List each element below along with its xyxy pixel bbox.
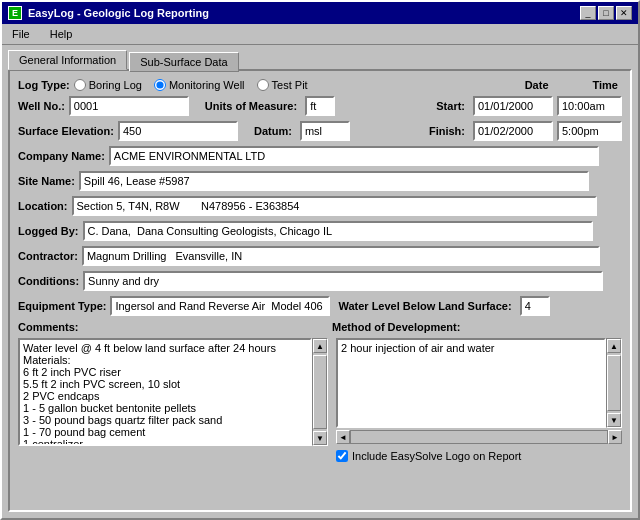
radio-test-pit[interactable]: Test Pit <box>257 79 308 91</box>
company-name-row: Company Name: <box>18 146 622 166</box>
method-section: 2 hour injection of air and water ▲ ▼ ◄ … <box>336 338 622 462</box>
conditions-row: Conditions: <box>18 271 622 291</box>
units-label: Units of Measure: <box>205 100 297 112</box>
method-scroll-down[interactable]: ▼ <box>607 413 621 427</box>
tab-general-information[interactable]: General Information <box>8 50 127 70</box>
method-container: 2 hour injection of air and water ▲ ▼ <box>336 338 622 428</box>
close-button[interactable]: ✕ <box>616 6 632 20</box>
location-row: Location: <box>18 196 622 216</box>
tab-sub-surface-data[interactable]: Sub-Surface Data <box>129 52 238 72</box>
content-area: Log Type: Boring Log Monitoring Well Tes… <box>8 69 632 512</box>
minimize-button[interactable]: _ <box>580 6 596 20</box>
datum-input[interactable] <box>300 121 350 141</box>
menu-help[interactable]: Help <box>44 26 79 42</box>
log-type-radio-group: Boring Log Monitoring Well Test Pit <box>74 79 308 91</box>
company-name-label: Company Name: <box>18 150 105 162</box>
contractor-label: Contractor: <box>18 250 78 262</box>
method-label: Method of Development: <box>332 321 460 333</box>
maximize-button[interactable]: □ <box>598 6 614 20</box>
well-no-row: Well No.: Units of Measure: Start: <box>18 96 622 116</box>
menu-file[interactable]: File <box>6 26 36 42</box>
start-time-input[interactable] <box>557 96 622 116</box>
well-no-input[interactable] <box>69 96 189 116</box>
radio-monitoring-well-input[interactable] <box>154 79 166 91</box>
equipment-type-label: Equipment Type: <box>18 300 106 312</box>
contractor-row: Contractor: <box>18 246 622 266</box>
logged-by-label: Logged By: <box>18 225 79 237</box>
comments-method-row: Water level @ 4 ft below land surface af… <box>18 338 622 462</box>
tab-bar: General Information Sub-Surface Data <box>2 45 638 69</box>
finish-date-input[interactable] <box>473 121 553 141</box>
comments-textarea[interactable]: Water level @ 4 ft below land surface af… <box>18 338 312 446</box>
start-date-input[interactable] <box>473 96 553 116</box>
equipment-row: Equipment Type: Water Level Below Land S… <box>18 296 622 316</box>
include-logo-label: Include EasySolve Logo on Report <box>352 450 521 462</box>
date-header: Date <box>525 79 549 91</box>
method-hscroll: ◄ ► <box>336 430 622 446</box>
main-window: E EasyLog - Geologic Log Reporting _ □ ✕… <box>0 0 640 520</box>
location-label: Location: <box>18 200 68 212</box>
window-title: EasyLog - Geologic Log Reporting <box>28 7 209 19</box>
conditions-input[interactable] <box>83 271 603 291</box>
method-hscroll-left[interactable]: ◄ <box>336 430 350 444</box>
title-bar: E EasyLog - Geologic Log Reporting _ □ ✕ <box>2 2 638 24</box>
comments-scroll-thumb[interactable] <box>313 355 327 429</box>
log-type-row: Log Type: Boring Log Monitoring Well Tes… <box>18 79 622 91</box>
method-scroll-up[interactable]: ▲ <box>607 339 621 353</box>
method-scrollbar[interactable]: ▲ ▼ <box>606 338 622 428</box>
surface-elevation-input[interactable] <box>118 121 238 141</box>
app-icon: E <box>8 6 22 20</box>
radio-boring-log-input[interactable] <box>74 79 86 91</box>
comments-scrollbar[interactable]: ▲ ▼ <box>312 338 328 446</box>
logged-by-row: Logged By: <box>18 221 622 241</box>
site-name-input[interactable] <box>79 171 589 191</box>
finish-time-input[interactable] <box>557 121 622 141</box>
include-logo-checkbox[interactable] <box>336 450 348 462</box>
comments-container: Water level @ 4 ft below land surface af… <box>18 338 328 446</box>
menu-bar: File Help <box>2 24 638 45</box>
contractor-input[interactable] <box>82 246 600 266</box>
well-no-label: Well No.: <box>18 100 65 112</box>
radio-test-pit-input[interactable] <box>257 79 269 91</box>
company-name-input[interactable] <box>109 146 599 166</box>
method-textarea[interactable]: 2 hour injection of air and water <box>336 338 606 428</box>
title-bar-left: E EasyLog - Geologic Log Reporting <box>8 6 209 20</box>
title-buttons: _ □ ✕ <box>580 6 632 20</box>
logged-by-input[interactable] <box>83 221 593 241</box>
comments-scroll-up[interactable]: ▲ <box>313 339 327 353</box>
location-input[interactable] <box>72 196 597 216</box>
comments-scroll-down[interactable]: ▼ <box>313 431 327 445</box>
start-label: Start: <box>436 100 465 112</box>
log-type-label: Log Type: <box>18 79 70 91</box>
equipment-type-input[interactable] <box>110 296 330 316</box>
conditions-label: Conditions: <box>18 275 79 287</box>
site-name-row: Site Name: <box>18 171 622 191</box>
surface-elevation-label: Surface Elevation: <box>18 125 114 137</box>
time-header: Time <box>593 79 618 91</box>
finish-label: Finish: <box>429 125 465 137</box>
method-hscroll-right[interactable]: ► <box>608 430 622 444</box>
units-input[interactable] <box>305 96 335 116</box>
comments-label: Comments: <box>18 321 328 333</box>
water-level-label: Water Level Below Land Surface: <box>338 300 511 312</box>
comments-method-labels-row: Comments: Method of Development: <box>18 321 622 333</box>
method-hscroll-track <box>350 430 608 444</box>
datum-label: Datum: <box>254 125 292 137</box>
site-name-label: Site Name: <box>18 175 75 187</box>
checkbox-row: Include EasySolve Logo on Report <box>336 450 622 462</box>
radio-boring-log[interactable]: Boring Log <box>74 79 142 91</box>
water-level-input[interactable] <box>520 296 550 316</box>
surface-elevation-row: Surface Elevation: Datum: Finish: <box>18 121 622 141</box>
radio-monitoring-well[interactable]: Monitoring Well <box>154 79 245 91</box>
method-scroll-thumb[interactable] <box>607 355 621 411</box>
